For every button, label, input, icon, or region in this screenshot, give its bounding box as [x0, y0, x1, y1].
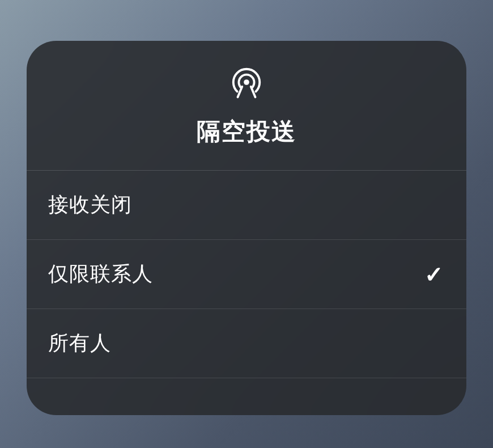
airdrop-header: 隔空投送 — [27, 41, 466, 171]
option-contacts-only[interactable]: 仅限联系人 ✓ — [27, 240, 466, 309]
airdrop-icon — [229, 65, 264, 100]
airdrop-title: 隔空投送 — [197, 116, 296, 147]
option-everyone[interactable]: 所有人 ✓ — [27, 309, 466, 378]
svg-point-0 — [244, 79, 249, 85]
option-label: 接收关闭 — [48, 191, 132, 219]
checkmark-icon: ✓ — [424, 263, 444, 286]
airdrop-panel: 隔空投送 接收关闭 ✓ 仅限联系人 ✓ 所有人 ✓ — [27, 41, 466, 415]
option-label: 所有人 — [48, 329, 111, 357]
option-receiving-off[interactable]: 接收关闭 ✓ — [27, 171, 466, 240]
option-label: 仅限联系人 — [48, 260, 153, 288]
